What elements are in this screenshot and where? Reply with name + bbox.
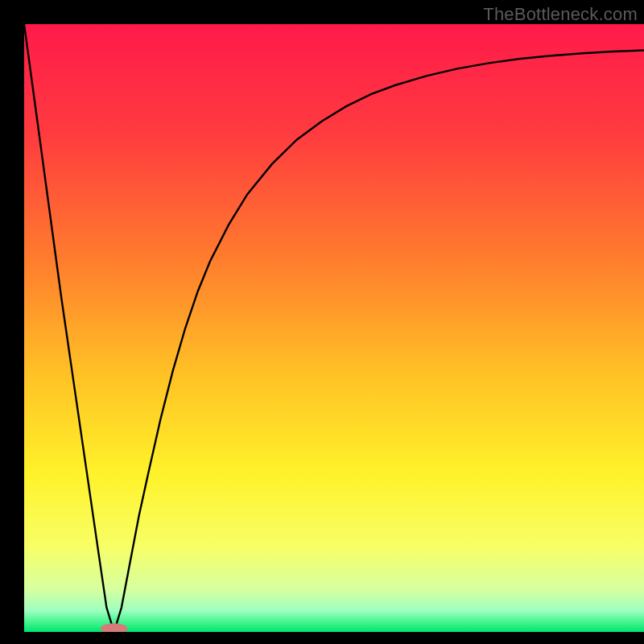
bottleneck-chart <box>24 24 644 632</box>
chart-frame: TheBottleneck.com <box>0 0 644 644</box>
watermark-label: TheBottleneck.com <box>483 4 638 25</box>
plot-area <box>24 24 644 632</box>
gradient-background <box>24 24 644 632</box>
